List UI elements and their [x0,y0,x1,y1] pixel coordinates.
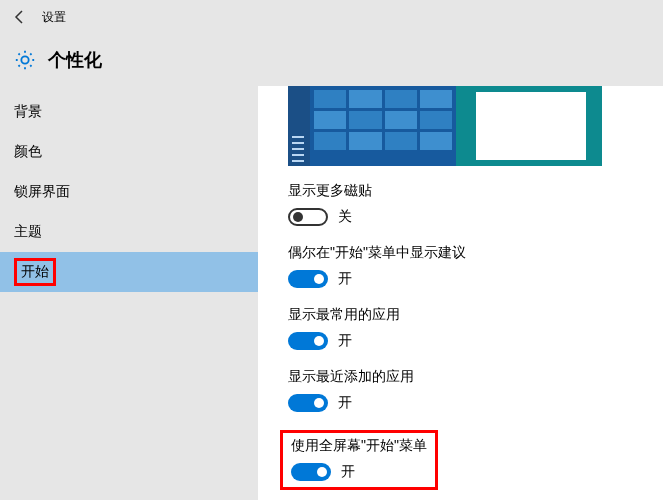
toggle-state-text: 开 [338,394,352,412]
toggle-state-text: 开 [338,332,352,350]
sidebar-item-lockscreen[interactable]: 锁屏界面 [0,172,258,212]
setting-label: 显示最常用的应用 [288,306,633,324]
setting-label: 使用全屏幕"开始"菜单 [291,437,427,455]
toggle-fullscreen-start[interactable] [291,463,331,481]
preview-start-panel [288,86,456,166]
header: 个性化 [0,34,663,86]
preview-tiles [310,86,456,166]
toggle-more-tiles[interactable] [288,208,328,226]
back-button[interactable] [8,5,32,29]
toggle-suggestions[interactable] [288,270,328,288]
setting-more-tiles: 显示更多磁贴 关 [288,182,633,226]
annotation-highlight: 开始 [14,258,56,286]
toggle-most-used[interactable] [288,332,328,350]
toggle-recently-added[interactable] [288,394,328,412]
sidebar-item-themes[interactable]: 主题 [0,212,258,252]
start-preview [288,86,602,166]
toggle-state-text: 关 [338,208,352,226]
window-title: 设置 [42,9,66,26]
sidebar: 背景 颜色 锁屏界面 主题 开始 [0,86,258,500]
setting-most-used: 显示最常用的应用 开 [288,306,633,350]
setting-label: 偶尔在"开始"菜单中显示建议 [288,244,633,262]
sidebar-item-label: 开始 [21,263,49,279]
setting-fullscreen-start: 使用全屏幕"开始"菜单 开 [288,430,633,490]
setting-recently-added: 显示最近添加的应用 开 [288,368,633,412]
toggle-state-text: 开 [341,463,355,481]
preview-window [476,92,586,160]
setting-label: 显示更多磁贴 [288,182,633,200]
setting-label: 显示最近添加的应用 [288,368,633,386]
gear-icon [14,49,36,71]
sidebar-item-start[interactable]: 开始 [0,252,258,292]
sidebar-item-colors[interactable]: 颜色 [0,132,258,172]
sidebar-item-background[interactable]: 背景 [0,92,258,132]
titlebar: 设置 [0,0,663,34]
arrow-left-icon [12,9,28,25]
toggle-state-text: 开 [338,270,352,288]
content: 显示更多磁贴 关 偶尔在"开始"菜单中显示建议 开 显示最常用的应用 开 显示最… [258,86,663,500]
annotation-highlight: 使用全屏幕"开始"菜单 开 [280,430,438,490]
sidebar-item-label: 背景 [14,103,42,121]
setting-suggestions: 偶尔在"开始"菜单中显示建议 开 [288,244,633,288]
sidebar-item-label: 主题 [14,223,42,241]
preview-left-rail [288,86,310,166]
sidebar-item-label: 颜色 [14,143,42,161]
sidebar-item-label: 锁屏界面 [14,183,70,201]
page-title: 个性化 [48,48,102,72]
